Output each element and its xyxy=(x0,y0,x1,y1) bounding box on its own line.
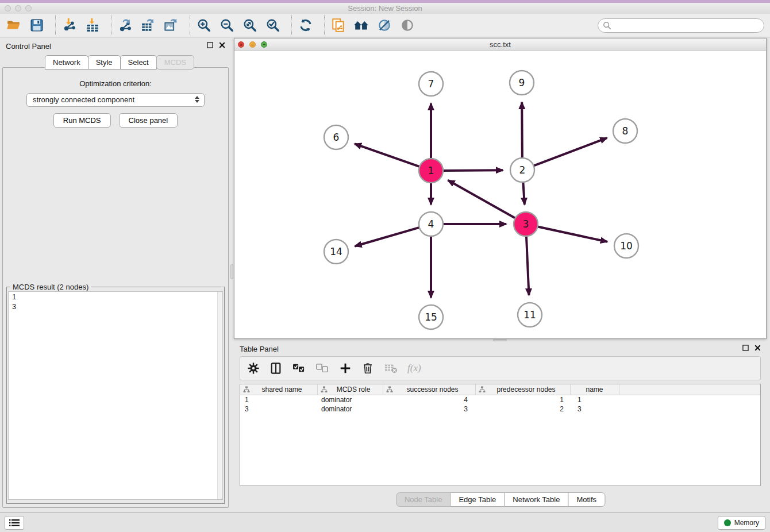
cell-shared-name[interactable]: 1 xyxy=(240,396,318,404)
graph-edge[interactable] xyxy=(537,226,607,242)
table-row[interactable]: 1 dominator 4 1 1 xyxy=(240,395,760,404)
cell-successor-nodes[interactable]: 4 xyxy=(383,396,476,404)
close-panel-button[interactable]: Close panel xyxy=(119,113,178,128)
vertical-split-handle[interactable] xyxy=(230,264,233,279)
zoom-out-icon[interactable] xyxy=(218,16,236,34)
export-table-icon[interactable] xyxy=(139,16,157,34)
graph-node-label: 7 xyxy=(428,78,434,90)
cell-name[interactable]: 3 xyxy=(571,405,619,413)
zoom-in-icon[interactable] xyxy=(195,16,213,34)
graph-edge[interactable] xyxy=(522,102,522,159)
close-window-icon[interactable] xyxy=(5,5,11,11)
close-panel-icon[interactable] xyxy=(219,42,225,48)
hide-icon[interactable] xyxy=(398,16,417,34)
graph-edge[interactable] xyxy=(533,138,607,166)
status-bar: Memory xyxy=(0,512,770,532)
open-file-icon[interactable] xyxy=(5,16,23,34)
column-header-name[interactable]: name xyxy=(571,384,619,395)
export-image-icon[interactable] xyxy=(162,16,180,34)
float-panel-icon[interactable] xyxy=(207,42,213,48)
task-history-button[interactable] xyxy=(5,516,24,530)
tab-style[interactable]: Style xyxy=(88,55,121,70)
tab-node-table[interactable]: Node Table xyxy=(396,492,451,507)
control-panel-tabs: Network Style Select MCDS xyxy=(45,55,194,70)
import-table-icon[interactable] xyxy=(83,16,102,34)
save-icon[interactable] xyxy=(28,16,46,34)
tab-network-table[interactable]: Network Table xyxy=(504,492,568,507)
node-table[interactable]: shared name MCDS role successor nodes pr… xyxy=(240,384,761,486)
graph-edge[interactable] xyxy=(523,182,525,205)
optimization-criterion-select[interactable]: strongly connected component xyxy=(26,93,205,107)
result-scrollbar[interactable] xyxy=(217,292,222,499)
graph-edge[interactable] xyxy=(355,228,420,246)
graph-node-label: 3 xyxy=(523,218,529,230)
attribute-tree-icon xyxy=(479,386,486,393)
run-mcds-button[interactable]: Run MCDS xyxy=(53,113,111,128)
tab-network[interactable]: Network xyxy=(45,55,88,70)
graph-node-label: 9 xyxy=(519,77,525,88)
graph-edge[interactable] xyxy=(442,170,503,171)
network-file-icon[interactable] xyxy=(329,16,348,34)
delete-icon[interactable] xyxy=(361,362,374,375)
export-network-icon[interactable] xyxy=(116,16,134,34)
select-all-icon[interactable] xyxy=(292,363,306,374)
cell-shared-name[interactable]: 3 xyxy=(240,405,318,413)
delete-table-icon[interactable] xyxy=(384,363,398,374)
graph-edge[interactable] xyxy=(526,236,529,295)
memory-label: Memory xyxy=(734,519,759,527)
tab-edge-table[interactable]: Edge Table xyxy=(450,492,505,507)
float-panel-icon[interactable] xyxy=(742,345,749,351)
home-icon[interactable] xyxy=(352,16,371,34)
graph-node-label: 15 xyxy=(425,311,437,323)
mcds-result-list[interactable]: 1 3 xyxy=(8,291,223,500)
network-minimize-icon[interactable]: – xyxy=(249,41,256,48)
network-close-icon[interactable]: x xyxy=(238,41,244,48)
graph-edge[interactable] xyxy=(355,144,420,167)
memory-button[interactable]: Memory xyxy=(718,516,765,530)
close-panel-icon[interactable] xyxy=(754,345,761,351)
network-canvas[interactable]: 7968124314101511 xyxy=(234,51,766,338)
style-toggle-icon[interactable] xyxy=(375,16,394,34)
tab-mcds[interactable]: MCDS xyxy=(156,55,194,70)
cell-predecessor-nodes[interactable]: 2 xyxy=(476,405,571,413)
tab-select[interactable]: Select xyxy=(120,55,157,70)
column-header-mcds-role[interactable]: MCDS role xyxy=(318,384,383,395)
search-input[interactable] xyxy=(611,20,764,32)
graph-node-label: 8 xyxy=(622,125,629,137)
minimize-window-icon[interactable] xyxy=(15,5,21,11)
add-icon[interactable] xyxy=(339,362,352,375)
search-icon xyxy=(603,21,611,30)
import-network-icon[interactable] xyxy=(60,16,79,34)
cell-successor-nodes[interactable]: 3 xyxy=(383,405,476,413)
settings-gear-icon[interactable] xyxy=(247,362,260,375)
toolbar-separator xyxy=(190,16,190,35)
zoom-selected-icon[interactable] xyxy=(264,16,282,34)
network-maximize-icon[interactable]: + xyxy=(261,41,267,48)
graph-svg: 7968124314101511 xyxy=(234,51,766,338)
horizontal-split-handle[interactable] xyxy=(493,339,507,341)
network-window-title: scc.txt xyxy=(490,40,511,49)
network-window-titlebar[interactable]: x – + scc.txt xyxy=(234,38,766,51)
tab-motifs[interactable]: Motifs xyxy=(568,492,605,507)
select-arrows-icon xyxy=(195,96,199,103)
cell-name[interactable]: 1 xyxy=(571,396,619,404)
control-panel-title: Control Panel xyxy=(6,42,51,51)
cell-mcds-role[interactable]: dominator xyxy=(318,396,383,404)
deselect-all-icon[interactable] xyxy=(315,363,329,374)
column-header-shared-name[interactable]: shared name xyxy=(240,384,318,395)
graph-node-label: 6 xyxy=(333,132,340,143)
search-field[interactable] xyxy=(598,18,764,33)
cell-predecessor-nodes[interactable]: 1 xyxy=(476,396,571,404)
table-row[interactable]: 3 dominator 3 2 3 xyxy=(240,404,760,414)
optimization-criterion-label: Optimization criterion: xyxy=(3,79,228,88)
refresh-icon[interactable] xyxy=(297,16,315,34)
zoom-fit-icon[interactable] xyxy=(241,16,259,34)
maximize-window-icon[interactable] xyxy=(25,5,32,11)
cell-mcds-role[interactable]: dominator xyxy=(318,405,383,413)
column-header-predecessor-nodes[interactable]: predecessor nodes xyxy=(476,384,571,395)
graph-edge[interactable] xyxy=(448,180,516,219)
column-header-successor-nodes[interactable]: successor nodes xyxy=(383,384,476,395)
traffic-lights[interactable] xyxy=(5,5,32,11)
column-icon[interactable] xyxy=(270,362,282,375)
function-icon[interactable]: f(x) xyxy=(407,363,421,374)
